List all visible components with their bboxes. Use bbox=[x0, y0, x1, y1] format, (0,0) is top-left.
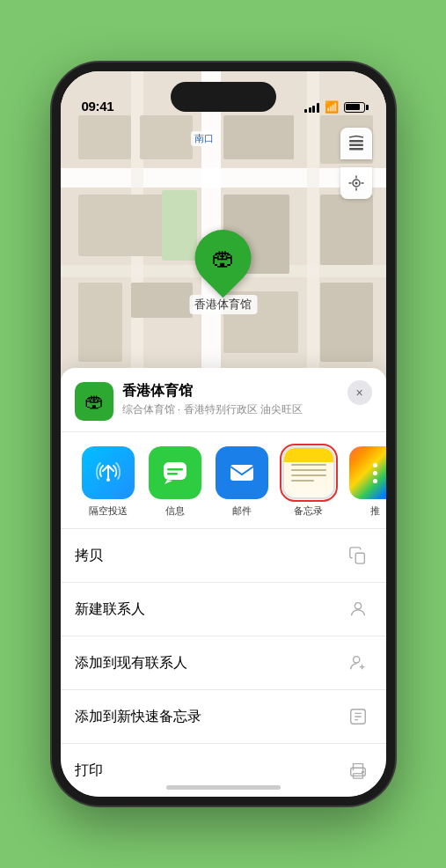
svg-rect-1 bbox=[61, 168, 386, 188]
svg-rect-7 bbox=[140, 115, 193, 159]
airdrop-label: 隔空投送 bbox=[89, 504, 128, 518]
wifi-icon: 📶 bbox=[325, 100, 339, 114]
new-contact-icon bbox=[344, 595, 372, 623]
svg-rect-19 bbox=[349, 144, 363, 147]
messages-label: 信息 bbox=[165, 504, 185, 518]
mail-label: 邮件 bbox=[232, 504, 252, 518]
venue-name: 香港体育馆 bbox=[122, 382, 347, 401]
svg-point-29 bbox=[355, 603, 361, 609]
copy-icon bbox=[344, 541, 372, 570]
battery-icon bbox=[344, 102, 365, 113]
svg-rect-25 bbox=[167, 468, 183, 471]
more-icon bbox=[349, 446, 386, 499]
close-button[interactable]: × bbox=[347, 380, 372, 405]
svg-point-30 bbox=[353, 657, 359, 663]
share-apps-row: 隔空投送 信息 bbox=[61, 432, 386, 528]
add-contact-icon bbox=[344, 649, 372, 677]
action-add-existing-label: 添加到现有联系人 bbox=[75, 654, 187, 673]
svg-rect-14 bbox=[131, 283, 193, 318]
map-south-entrance-label: 南口 bbox=[191, 131, 217, 146]
venue-info: 香港体育馆 综合体育馆 · 香港特别行政区 油尖旺区 bbox=[122, 382, 347, 417]
svg-rect-8 bbox=[223, 115, 294, 159]
bottom-sheet: 🏟 香港体育馆 综合体育馆 · 香港特别行政区 油尖旺区 × bbox=[61, 368, 386, 797]
action-copy-label: 拷贝 bbox=[75, 547, 103, 565]
more-label: 推 bbox=[370, 504, 380, 518]
pin-label: 香港体育馆 bbox=[189, 295, 257, 314]
action-copy[interactable]: 拷贝 bbox=[61, 529, 386, 583]
print-icon bbox=[344, 756, 372, 784]
stadium-icon: 🏟 bbox=[212, 245, 235, 272]
phone-frame: 09:41 📶 bbox=[52, 63, 395, 805]
share-app-mail[interactable]: 邮件 bbox=[208, 446, 275, 518]
share-app-messages[interactable]: 信息 bbox=[142, 446, 208, 518]
svg-rect-12 bbox=[320, 195, 373, 265]
svg-rect-18 bbox=[349, 140, 363, 143]
action-list: 拷贝 新建联系人 bbox=[61, 528, 386, 797]
svg-point-23 bbox=[106, 478, 110, 482]
action-print-label: 打印 bbox=[75, 761, 103, 780]
svg-rect-24 bbox=[164, 462, 186, 480]
location-pin: 🏟 香港体育馆 bbox=[189, 230, 257, 314]
status-time: 09:41 bbox=[82, 99, 114, 114]
dynamic-island bbox=[171, 82, 276, 112]
messages-icon bbox=[149, 446, 201, 499]
share-app-notes[interactable]: 备忘录 bbox=[275, 446, 342, 518]
action-new-contact[interactable]: 新建联系人 bbox=[61, 583, 386, 636]
map-layer-button[interactable] bbox=[340, 128, 372, 159]
svg-rect-27 bbox=[230, 465, 253, 481]
action-add-existing[interactable]: 添加到现有联系人 bbox=[61, 636, 386, 690]
pin-inner: 🏟 bbox=[202, 237, 245, 279]
map-controls bbox=[340, 128, 372, 199]
status-icons: 📶 bbox=[304, 100, 365, 114]
action-new-contact-label: 新建联系人 bbox=[75, 600, 145, 619]
venue-header: 🏟 香港体育馆 综合体育馆 · 香港特别行政区 油尖旺区 × bbox=[61, 382, 386, 432]
action-add-notes-label: 添加到新快速备忘录 bbox=[75, 708, 201, 726]
add-notes-icon bbox=[344, 702, 372, 731]
airdrop-icon bbox=[82, 446, 135, 499]
share-app-airdrop[interactable]: 隔空投送 bbox=[75, 446, 142, 518]
pin-circle: 🏟 bbox=[183, 218, 263, 298]
signal-bars-icon bbox=[304, 102, 319, 113]
svg-rect-20 bbox=[349, 148, 363, 151]
home-indicator bbox=[166, 785, 281, 790]
svg-rect-13 bbox=[78, 283, 122, 362]
notes-label: 备忘录 bbox=[294, 504, 323, 518]
svg-rect-16 bbox=[320, 283, 373, 362]
venue-logo: 🏟 bbox=[75, 382, 113, 421]
share-app-more[interactable]: 推 bbox=[342, 446, 386, 518]
notes-icon bbox=[282, 446, 335, 499]
svg-rect-26 bbox=[167, 473, 178, 475]
map-location-button[interactable] bbox=[340, 167, 372, 199]
mail-icon bbox=[216, 446, 268, 499]
svg-point-22 bbox=[355, 182, 357, 185]
venue-description: 综合体育馆 · 香港特别行政区 油尖旺区 bbox=[122, 402, 347, 417]
action-add-notes[interactable]: 添加到新快速备忘录 bbox=[61, 690, 386, 744]
svg-point-34 bbox=[362, 771, 363, 773]
venue-logo-icon: 🏟 bbox=[84, 390, 104, 413]
svg-rect-6 bbox=[78, 115, 131, 159]
svg-rect-28 bbox=[355, 553, 364, 563]
